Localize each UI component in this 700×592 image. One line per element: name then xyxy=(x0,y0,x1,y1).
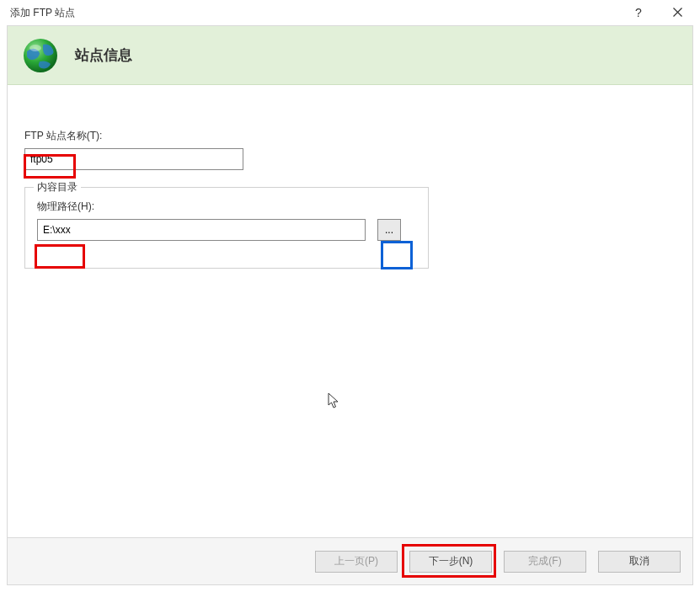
close-button[interactable] xyxy=(670,6,685,19)
header-title: 站点信息 xyxy=(75,45,132,65)
physpath-row: ... xyxy=(37,219,416,241)
physpath-label: 物理路径(H): xyxy=(37,200,416,214)
globe-icon xyxy=(21,36,60,75)
titlebar-buttons: ? xyxy=(631,6,692,19)
content-area: FTP 站点名称(T): 内容目录 物理路径(H): ... xyxy=(8,85,692,269)
window-title: 添加 FTP 站点 xyxy=(10,6,631,20)
dialog-frame: 站点信息 FTP 站点名称(T): 内容目录 物理路径(H): ... 上一页(… xyxy=(7,25,693,585)
cancel-button[interactable]: 取消 xyxy=(598,551,681,573)
help-button[interactable]: ? xyxy=(631,6,646,19)
content-directory-fieldset: 内容目录 物理路径(H): ... xyxy=(24,187,429,269)
close-icon xyxy=(673,8,682,17)
next-button[interactable]: 下一步(N) xyxy=(409,551,492,573)
prev-button[interactable]: 上一页(P) xyxy=(315,551,398,573)
fieldset-legend: 内容目录 xyxy=(34,180,81,195)
sitename-input[interactable] xyxy=(24,148,243,170)
header-band: 站点信息 xyxy=(8,26,692,85)
browse-button[interactable]: ... xyxy=(377,219,401,241)
finish-button[interactable]: 完成(F) xyxy=(504,551,586,573)
titlebar: 添加 FTP 站点 ? xyxy=(0,0,700,25)
sitename-label: FTP 站点名称(T): xyxy=(24,129,692,143)
svg-point-1 xyxy=(29,45,41,51)
physpath-input[interactable] xyxy=(37,219,366,241)
footer: 上一页(P) 下一步(N) 完成(F) 取消 xyxy=(8,537,692,584)
